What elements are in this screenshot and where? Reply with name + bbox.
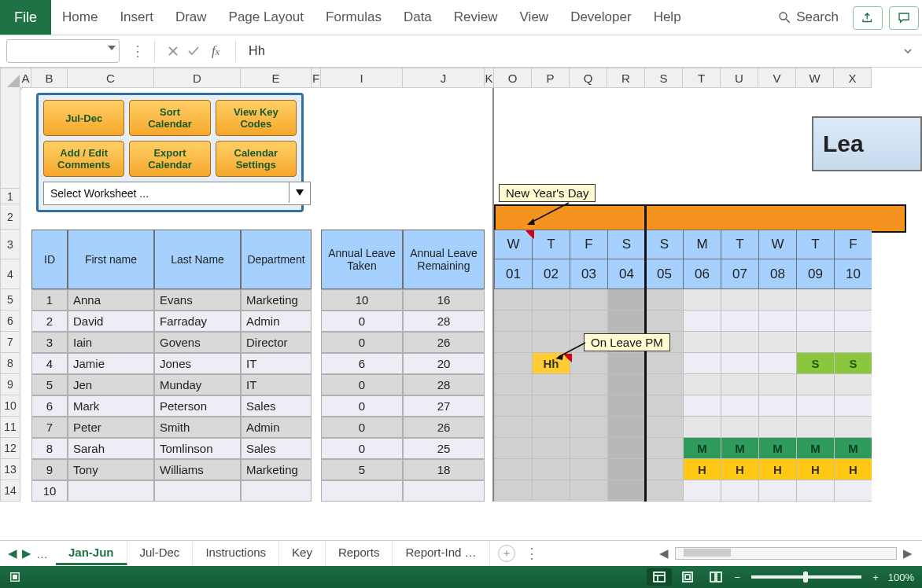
cal-cell[interactable] [494, 417, 532, 438]
cal-cell[interactable] [607, 438, 645, 459]
cal-cell[interactable] [570, 311, 607, 332]
cal-cell[interactable] [607, 459, 645, 480]
cal-cell[interactable] [645, 459, 683, 480]
cal-cell[interactable] [683, 417, 721, 438]
hscroll-left[interactable]: ◀ [658, 546, 670, 560]
cal-cell[interactable] [721, 289, 758, 311]
col-header[interactable]: R [607, 68, 645, 88]
panel-button[interactable]: View KeyCodes [216, 100, 297, 136]
cal-cell[interactable]: H [758, 459, 796, 480]
cal-cell[interactable] [683, 374, 721, 395]
menu-tab-draw[interactable]: Draw [164, 0, 218, 35]
row-header[interactable]: 10 [0, 395, 20, 417]
cal-cell[interactable] [796, 289, 834, 311]
col-header[interactable]: X [834, 68, 872, 88]
col-header[interactable]: J [403, 68, 485, 88]
cal-cell[interactable] [494, 459, 532, 480]
formula-expand[interactable] [898, 46, 922, 56]
cal-cell[interactable] [683, 395, 721, 417]
panel-worksheet-select[interactable]: Select Worksheet ... [43, 182, 311, 205]
cal-cell[interactable] [834, 395, 872, 417]
formula-input[interactable] [244, 40, 898, 62]
cal-cell[interactable] [494, 289, 532, 311]
panel-button[interactable]: ExportCalendar [129, 141, 210, 177]
cal-cell[interactable] [758, 395, 796, 417]
row-header[interactable]: 2 [0, 204, 20, 230]
row-header[interactable]: 13 [0, 459, 20, 480]
select-all-corner[interactable] [0, 68, 22, 90]
cal-cell[interactable] [532, 289, 570, 311]
formula-cancel[interactable] [163, 40, 183, 62]
cal-cell[interactable] [683, 311, 721, 332]
menu-tab-insert[interactable]: Insert [109, 0, 164, 35]
cal-cell[interactable]: H [834, 459, 872, 480]
col-header[interactable]: U [721, 68, 758, 88]
cal-cell[interactable] [494, 438, 532, 459]
cal-cell[interactable] [494, 332, 532, 353]
cal-cell[interactable] [796, 480, 834, 502]
row-header[interactable]: 9 [0, 374, 20, 395]
cal-cell[interactable] [834, 311, 872, 332]
panel-button[interactable]: Add / EditComments [43, 141, 124, 177]
cal-cell[interactable] [721, 417, 758, 438]
cal-cell[interactable]: S [834, 353, 872, 374]
row-header[interactable]: 14 [0, 480, 20, 502]
sheet-tab[interactable]: Jul-Dec [127, 542, 194, 565]
cal-cell[interactable] [721, 395, 758, 417]
cal-cell[interactable] [683, 480, 721, 502]
sheet-tab[interactable]: Jan-Jun [56, 542, 127, 565]
col-header[interactable]: K [485, 68, 494, 88]
sheet-nav-next[interactable]: ▶ [22, 546, 31, 560]
fx-icon[interactable]: fx [204, 43, 227, 59]
menu-tab-formulas[interactable]: Formulas [315, 0, 393, 35]
menu-tab-help[interactable]: Help [643, 0, 692, 35]
menu-tab-view[interactable]: View [509, 0, 560, 35]
col-header[interactable]: A [20, 68, 31, 88]
cal-cell[interactable] [494, 374, 532, 395]
cal-cell[interactable] [721, 374, 758, 395]
col-header[interactable]: F [312, 68, 321, 88]
cal-cell[interactable] [796, 395, 834, 417]
cal-cell[interactable] [758, 332, 796, 353]
cal-cell[interactable] [607, 395, 645, 417]
cal-cell[interactable] [494, 353, 532, 374]
cal-cell[interactable]: M [758, 438, 796, 459]
menu-tab-page-layout[interactable]: Page Layout [218, 0, 315, 35]
cal-cell[interactable] [645, 395, 683, 417]
cal-cell[interactable] [532, 438, 570, 459]
sheet-tab[interactable]: Instructions [193, 542, 279, 565]
cal-cell[interactable] [607, 289, 645, 311]
cal-cell[interactable] [607, 311, 645, 332]
menu-tab-home[interactable]: Home [51, 0, 109, 35]
hscroll-thumb[interactable] [684, 549, 731, 557]
menu-tab-data[interactable]: Data [393, 0, 443, 35]
sheet-add[interactable]: ＋ [498, 545, 515, 562]
search-ribbon[interactable]: Search [766, 0, 850, 35]
cal-cell[interactable] [570, 374, 607, 395]
comments-button[interactable] [889, 6, 919, 30]
horizontal-scrollbar[interactable]: ◀ ▶ [658, 546, 922, 560]
row-header[interactable] [0, 88, 20, 189]
cal-cell[interactable]: M [834, 438, 872, 459]
row-header[interactable]: 3 [0, 230, 20, 259]
hscroll-track[interactable] [675, 547, 897, 560]
name-box-more[interactable]: ⋮ [129, 42, 146, 60]
cal-cell[interactable] [683, 353, 721, 374]
cal-cell[interactable] [834, 332, 872, 353]
cal-cell[interactable]: H [683, 459, 721, 480]
cal-cell[interactable] [570, 289, 607, 311]
cal-cell[interactable] [796, 417, 834, 438]
cal-cell[interactable]: S [796, 353, 834, 374]
cal-cell[interactable] [532, 395, 570, 417]
col-header[interactable]: C [68, 68, 154, 88]
sheet-tab[interactable]: Report-Ind … [393, 542, 489, 565]
col-header[interactable]: T [683, 68, 721, 88]
menu-tab-developer[interactable]: Developer [559, 0, 643, 35]
row-header[interactable]: 12 [0, 438, 20, 459]
sheet-nav-first[interactable]: … [36, 547, 48, 560]
panel-button[interactable]: Jul-Dec [43, 100, 124, 136]
panel-button[interactable]: SortCalendar [129, 100, 210, 136]
cal-cell[interactable] [834, 417, 872, 438]
row-header[interactable]: 1 [0, 189, 20, 204]
cal-cell[interactable] [834, 480, 872, 502]
